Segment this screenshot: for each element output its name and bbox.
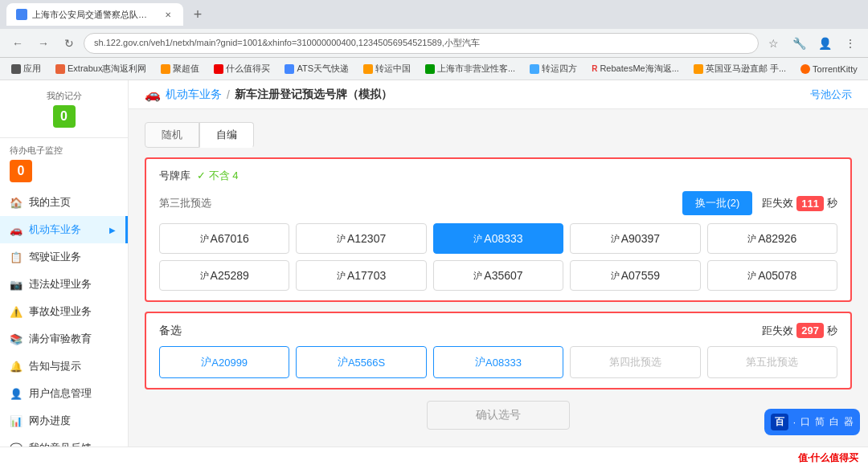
plate-number-2: A08333 [484, 232, 522, 245]
float-btn-3[interactable]: 简 [815, 415, 825, 429]
sidebar-item-violation[interactable]: 📷 违法处理业务 [0, 271, 128, 298]
back-button[interactable]: ← [6, 32, 29, 55]
chevron-right-icon: ▶ [109, 226, 116, 234]
float-btn-2[interactable]: 口 [800, 415, 810, 429]
plate-item-8[interactable]: 沪 A07559 [570, 260, 700, 291]
sidebar-item-motor[interactable]: 🚗 机动车业务 ▶ [0, 216, 128, 243]
sidebar-item-user-mgmt[interactable]: 👤 用户信息管理 [0, 380, 128, 407]
float-btn-1[interactable]: · [793, 417, 796, 428]
bell-icon: 🔔 [10, 360, 23, 373]
plate-item-3[interactable]: 沪 A90397 [570, 223, 700, 254]
sidebar-item-license[interactable]: 📋 驾驶证业务 [0, 243, 128, 271]
sidebar-item-label: 违法处理业务 [29, 277, 92, 292]
extensions-button[interactable]: 🔧 [788, 32, 810, 55]
float-btn-5[interactable]: 器 [844, 415, 854, 429]
plate-number-7: A35607 [484, 269, 522, 282]
reserve-header-row: 备选 距失效 297 秒 [159, 323, 837, 338]
tabs-container: 随机 自编 [145, 122, 852, 148]
sh-taxi-icon [425, 64, 435, 74]
bookmark-zhuanyun4[interactable]: 转运四方 [525, 61, 582, 76]
confirm-button[interactable]: 确认选号 [427, 401, 570, 430]
page-title: 新车注册登记预选号牌（模拟） [235, 88, 392, 102]
torrentkitty-icon [800, 64, 810, 74]
breadcrumb: 🚗 机动车业务 / 新车注册登记预选号牌（模拟） [145, 87, 392, 102]
profile-button[interactable]: 👤 [813, 32, 836, 55]
plate-pool-link[interactable]: 号池公示 [810, 88, 852, 102]
sidebar-item-accident[interactable]: ⚠️ 事故处理业务 [0, 298, 128, 325]
bookmark-label: 什么值得买 [226, 63, 270, 75]
refresh-button[interactable]: ↻ [58, 32, 80, 55]
reserve-countdown-value: 297 [796, 323, 824, 338]
batch-label: 第三批预选 [159, 196, 211, 210]
apps-icon [11, 64, 21, 74]
sidebar-item-home[interactable]: 🏠 我的主页 [0, 189, 128, 216]
plate-item-7[interactable]: 沪 A35607 [433, 260, 563, 291]
home-icon: 🏠 [10, 196, 23, 209]
new-tab-button[interactable]: + [186, 3, 209, 26]
menu-button[interactable]: ⋮ [839, 32, 862, 55]
reserve-item-0[interactable]: 沪 A20999 [159, 346, 289, 378]
plate-province-8: 沪 [611, 270, 620, 282]
bookmark-smzdm[interactable]: 什么值得买 [209, 61, 275, 76]
reserve-number-1: A5566S [348, 357, 385, 369]
sidebar-item-progress[interactable]: 📊 网办进度 [0, 407, 128, 434]
juchaozhi-icon [161, 64, 170, 74]
browser-window: 上海市公安局交通警察总队互联... ✕ + ← → ↻ sh.122.gov.c… [0, 0, 868, 469]
tab-bar: 上海市公安局交通警察总队互联... ✕ + [0, 0, 868, 29]
bookmark-ats[interactable]: ATS天气快递 [280, 61, 354, 76]
switch-batch-button[interactable]: 换一批(2) [682, 191, 752, 215]
address-text: sh.122.gov.cn/veh1/netxh/main?gnid=1001&… [94, 37, 480, 49]
float-widget: 百 · 口 简 白 器 [764, 409, 860, 435]
tab-custom[interactable]: 自编 [199, 122, 254, 148]
address-bar[interactable]: sh.122.gov.cn/veh1/netxh/main?gnid=1001&… [84, 33, 759, 54]
bookmark-extrabux[interactable]: Extrabux惠淘返利网 [51, 61, 151, 76]
tab-close-btn[interactable]: ✕ [162, 8, 174, 21]
plate-item-6[interactable]: 沪 A17703 [296, 260, 426, 291]
bottom-watermark: 值·什么值得买 [798, 451, 858, 465]
nav-actions: ☆ 🔧 👤 ⋮ [762, 32, 862, 55]
plate-province-6: 沪 [337, 270, 346, 282]
plate-item-0[interactable]: 沪 A67016 [159, 223, 289, 254]
monitor-label: 待办电子监控 [10, 145, 63, 157]
plate-item-5[interactable]: 沪 A25289 [159, 260, 289, 291]
amazon-uk-icon [694, 64, 703, 74]
countdown-suffix: 秒 [827, 196, 837, 210]
bookmark-label: 英国亚马逊直邮 手... [706, 63, 786, 75]
float-btn-4[interactable]: 白 [829, 415, 839, 429]
bookmark-label: 上海市非营业性客... [437, 63, 515, 75]
bookmark-juchaozhi[interactable]: 聚超值 [156, 61, 204, 76]
zhuanyun-icon [363, 64, 373, 74]
reserve-number-0: A20999 [211, 357, 248, 369]
plate-number-8: A07559 [621, 269, 660, 282]
reserve-province-1: 沪 [338, 355, 348, 369]
bookmark-sh-taxi[interactable]: 上海市非营业性客... [420, 61, 520, 76]
bookmark-apps[interactable]: 应用 [6, 61, 46, 76]
plate-number-3: A90397 [621, 232, 660, 245]
bookmark-button[interactable]: ☆ [762, 32, 784, 55]
license-icon: 📋 [10, 251, 23, 263]
confirm-btn-area: 确认选号 [145, 401, 852, 430]
bookmark-torrentkitty[interactable]: TorrentKitty [796, 63, 862, 75]
bookmark-zhuanyun[interactable]: 转运中国 [358, 61, 416, 76]
plate-item-1[interactable]: 沪 A12307 [296, 223, 426, 254]
sidebar-item-notice[interactable]: 🔔 告知与提示 [0, 353, 128, 380]
tab-random[interactable]: 随机 [145, 122, 199, 148]
bookmark-amazon-uk[interactable]: 英国亚马逊直邮 手... [689, 61, 791, 76]
sidebar-item-education[interactable]: 📚 满分审验教育 [0, 325, 128, 353]
my-record-badge: 0 [53, 105, 76, 128]
service-link[interactable]: 机动车业务 [166, 88, 222, 102]
browser-tab[interactable]: 上海市公安局交通警察总队互联... ✕ [6, 3, 183, 26]
sidebar-item-label: 用户信息管理 [29, 386, 92, 401]
plate-item-4[interactable]: 沪 A82926 [707, 223, 837, 254]
bookmark-rebatesme[interactable]: R RebatesMe海淘返... [587, 61, 684, 76]
plate-item-2[interactable]: 沪 A08333 [433, 223, 563, 254]
forward-button[interactable]: → [32, 32, 55, 55]
reserve-item-1[interactable]: 沪 A5566S [296, 346, 426, 378]
education-icon: 📚 [10, 332, 23, 345]
bookmark-label: Extrabux惠淘返利网 [68, 63, 146, 75]
plate-item-9[interactable]: 沪 A05078 [707, 260, 837, 291]
camera-icon: 📷 [10, 278, 23, 291]
reserve-item-2[interactable]: 沪 A08333 [433, 346, 563, 378]
sidebar-item-feedback[interactable]: 💬 我的意见反馈 [0, 434, 128, 447]
reserve-province-2: 沪 [475, 355, 485, 369]
